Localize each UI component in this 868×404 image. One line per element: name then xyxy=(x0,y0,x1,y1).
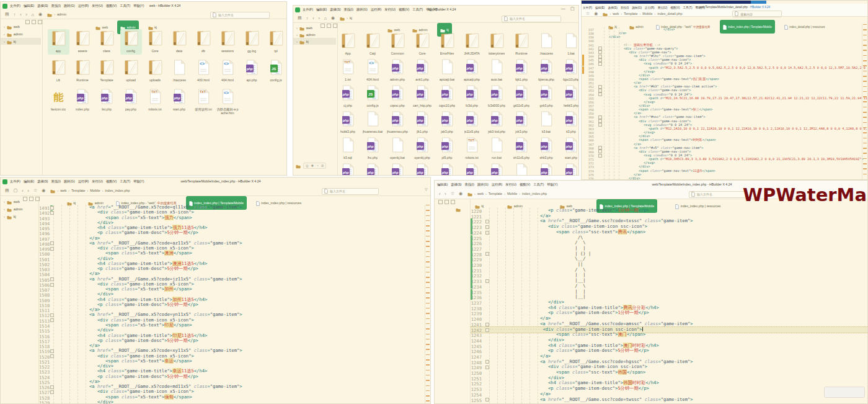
grid-item-404.html[interactable]: <>404.html xyxy=(361,58,384,83)
grid-item[interactable]: php xyxy=(485,162,508,175)
menu-item-0[interactable]: 文件(F) xyxy=(10,179,20,184)
search-box[interactable]: 输入文件名 xyxy=(322,188,379,195)
toolbar-nav-icon-0[interactable]: ▤ xyxy=(5,12,9,17)
menu-item-0[interactable]: 编辑(E) xyxy=(437,182,448,187)
menu-item-1[interactable]: 编辑(E) xyxy=(316,7,327,12)
menu-item-6[interactable]: 视图(V) xyxy=(520,182,530,187)
toolbar-nav-icon-5[interactable]: ◉ xyxy=(42,188,45,193)
grid-item-run.bat[interactable]: run.bat xyxy=(485,136,508,161)
fold-marker[interactable] xyxy=(485,366,489,369)
menu-item-2[interactable]: 选择(S) xyxy=(330,7,340,12)
menu-item-0[interactable]: 文件(F) xyxy=(303,7,313,12)
fold-marker[interactable] xyxy=(485,398,489,402)
breadcrumb-seg-0[interactable]: kj xyxy=(350,16,352,20)
menu-item-5[interactable]: 运行(R) xyxy=(78,4,89,8)
grid-item-k3.bat[interactable]: k3.bat xyxy=(535,110,557,135)
grid-item-apicaiji.bat[interactable]: apicaiji.bat xyxy=(436,58,458,83)
menu-item-2[interactable]: 选择(S) xyxy=(37,179,48,184)
fold-marker[interactable] xyxy=(485,220,489,223)
menu-item-7[interactable]: 工具(T) xyxy=(533,182,544,187)
toolbar-nav-icon-2[interactable]: ‹ xyxy=(22,189,23,193)
fold-marker[interactable] xyxy=(485,252,489,256)
grid-item-openkj.php[interactable]: phpopenkj.php xyxy=(411,136,433,161)
grid-item-cqssc.php[interactable]: phpcqssc.php xyxy=(386,84,409,109)
file-grid[interactable]: appassetsclassconfigCoredatadbsessionsgg… xyxy=(43,19,286,175)
grid-item-Common[interactable]: Common xyxy=(386,32,409,57)
grid-item-bjtema.php[interactable]: phpbjtema.php xyxy=(535,58,557,83)
grid-item-pl5.php[interactable]: phppl5.php xyxy=(436,136,458,161)
breadcrumb-seg-3[interactable]: index_index.php xyxy=(522,192,547,195)
grid-item-伪静态规则-a pache.htm[interactable]: <>伪静态规则-a pache.htm xyxy=(217,88,239,116)
code-editor[interactable]: 337</div>338</a>339</div>340341<!-- 游戏分类… xyxy=(582,27,867,179)
grid-item-tpl[interactable]: tpl xyxy=(265,29,287,55)
menu-item-7[interactable]: 视图(V) xyxy=(106,179,117,184)
toolbar-nav-icon-3[interactable]: › xyxy=(25,12,27,17)
grid-item-bjk1.php[interactable]: phpbjk1.php xyxy=(510,58,533,83)
menu-item-2[interactable]: 查找(I) xyxy=(465,182,474,187)
mini-icon-1[interactable]: ✚ xyxy=(311,164,314,168)
toolbar-nav-icon-1[interactable]: ↑ xyxy=(14,12,16,17)
toolbar-nav-icon-2[interactable]: ‹ xyxy=(20,12,21,17)
grid-item-start.php[interactable]: phpstart.php xyxy=(560,136,578,161)
grid-item-JHKJDATA[interactable]: JHKJDATA xyxy=(461,32,483,57)
grid-item-js11x5.php[interactable]: phpjs11x5.php xyxy=(461,110,483,135)
mini-icon-3[interactable]: ⊘ xyxy=(321,164,324,168)
menu-item-1[interactable]: 编辑(E) xyxy=(24,179,34,184)
fold-marker[interactable] xyxy=(50,349,54,353)
grid-item-Runtime[interactable]: Runtime xyxy=(510,32,533,57)
sidebar-header-icon-1[interactable] xyxy=(445,200,449,204)
menu-item-8[interactable]: 工具(T) xyxy=(120,4,130,8)
sidebar-folder-icon[interactable] xyxy=(456,204,461,215)
toolbar-nav-icon-5[interactable]: ◉ xyxy=(331,16,335,20)
file-grid[interactable]: AppCaijiCommonCoreErrorFilesJHKJDATAlott… xyxy=(338,22,578,175)
grid-item-app[interactable]: app xyxy=(48,29,69,55)
grid-item-.htaccess[interactable]: .htaccess xyxy=(535,32,557,57)
notification-box[interactable] xyxy=(824,387,865,398)
grid-item-jsk3.php[interactable]: phpjsk3.php xyxy=(436,110,458,135)
grid-item-lhc.php[interactable]: phplhc.php xyxy=(361,136,384,161)
menu-item-8[interactable]: 帮助(Y) xyxy=(547,182,557,187)
grid-item-cari_http.php[interactable]: phpcari_http.php xyxy=(411,84,433,109)
grid-item-App[interactable]: App xyxy=(338,32,359,57)
search-box[interactable]: 输入文件名 xyxy=(502,16,561,22)
grid-item-admin.php[interactable]: phpadmin.php xyxy=(386,58,409,83)
fold-marker[interactable] xyxy=(50,318,54,322)
menu-item-4[interactable]: 跳转(G) xyxy=(356,7,368,12)
menu-item-5[interactable]: 运行(R) xyxy=(78,179,89,184)
menu-item-3[interactable]: 跳转(G) xyxy=(477,182,489,187)
grid-item-config.js[interactable]: JSconfig.js xyxy=(361,84,384,109)
breadcrumb-seg-1[interactable]: Template xyxy=(71,189,85,192)
menu-item-0[interactable]: 文件(F) xyxy=(10,4,20,8)
grid-item-k3.sql[interactable]: k3.sql xyxy=(338,136,359,161)
breadcrumb-seg-3[interactable]: index_detail.php xyxy=(657,12,682,16)
toolbar-nav-icon-0[interactable]: ▤ xyxy=(5,188,9,193)
grid-item[interactable]: php xyxy=(560,162,578,175)
menu-item-7[interactable]: 视图(V) xyxy=(106,4,117,8)
grid-item-Caiji[interactable]: Caiji xyxy=(361,32,384,57)
grid-item-shk3.php[interactable]: phpshk3.php xyxy=(535,136,557,161)
fold-marker[interactable] xyxy=(50,283,54,287)
grid-item-ErrorFiles[interactable]: ErrorFiles xyxy=(436,32,458,57)
grid-item-uploads[interactable]: uploads xyxy=(144,58,166,84)
sidebar-header-icon-2[interactable] xyxy=(451,200,455,204)
breadcrumb-seg-2[interactable]: Mobile xyxy=(507,192,517,195)
grid-item-index.php[interactable]: phpindex.php xyxy=(72,88,94,113)
grid-item-lotterytimes[interactable]: lotterytimes xyxy=(485,32,508,57)
breadcrumb-seg-3[interactable]: index_index.php xyxy=(105,189,130,192)
grid-item-Lib[interactable]: Lib xyxy=(48,58,69,84)
mini-folder-icon[interactable] xyxy=(296,160,301,171)
menu-item-6[interactable]: 发行(U) xyxy=(92,179,103,184)
window-control-maximize[interactable]: ▢ xyxy=(570,6,575,11)
grid-item-jxk3.php[interactable]: phpjxk3.php xyxy=(510,110,533,135)
menu-item-8[interactable]: 工具(T) xyxy=(120,179,130,184)
grid-item-gd11x5.php[interactable]: phpgd11x5.php xyxy=(510,84,533,109)
mini-icon-0[interactable]: ◎ xyxy=(306,164,309,168)
grid-item-1.bat[interactable]: 1.bat xyxy=(560,32,578,57)
sidebar-item-kj[interactable]: ›kj xyxy=(293,38,336,45)
menu-item-5[interactable]: 运行(R) xyxy=(371,7,382,12)
mini-icon-2[interactable]: ◔ xyxy=(316,164,318,168)
fold-marker[interactable] xyxy=(485,323,489,326)
grid-item-ank1.php[interactable]: phpank1.php xyxy=(411,58,433,83)
sidebar-item-kj[interactable]: ›kj xyxy=(1,38,41,45)
grid-item-使用说明.txt[interactable]: TXT使用说明.txt xyxy=(193,88,215,113)
